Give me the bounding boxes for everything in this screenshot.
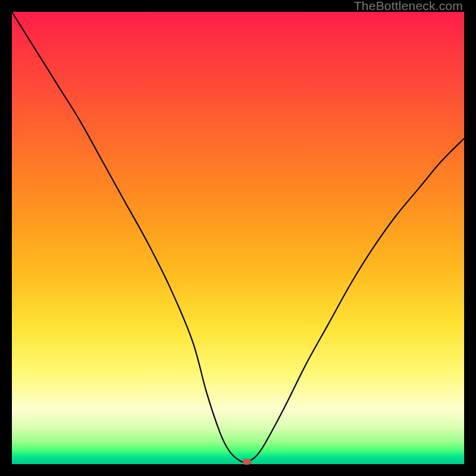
bottleneck-curve [12,12,464,462]
optimal-point-marker [243,459,252,465]
curve-svg [12,12,464,464]
watermark-text: TheBottleneck.com [354,0,463,13]
chart-frame: TheBottleneck.com [0,0,476,476]
plot-area [12,12,464,464]
